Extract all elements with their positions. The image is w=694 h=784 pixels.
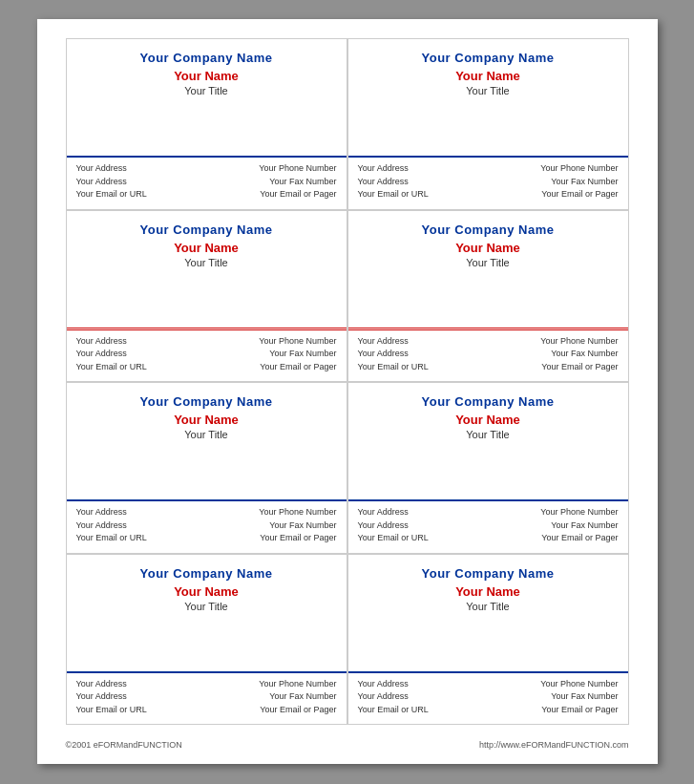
card-top-1: Your Company NameYour NameYour Title xyxy=(67,39,347,158)
card-top-6: Your Company NameYour NameYour Title xyxy=(348,383,628,501)
card-bottom-1: Your AddressYour AddressYour Email or UR… xyxy=(67,158,347,209)
business-card-4: Your Company NameYour NameYour TitleYour… xyxy=(347,210,629,383)
person-name-5: Your Name xyxy=(76,413,337,427)
company-name-3: Your Company Name xyxy=(76,222,337,237)
card-bottom-6: Your AddressYour AddressYour Email or UR… xyxy=(348,501,628,553)
card-bottom-4: Your AddressYour AddressYour Email or UR… xyxy=(348,330,628,382)
addr-right-7: Your Phone NumberYour Fax NumberYour Ema… xyxy=(259,678,336,717)
addr-left-6: Your AddressYour AddressYour Email or UR… xyxy=(358,506,429,545)
person-title-8: Your Title xyxy=(358,601,619,612)
addr-left-3: Your AddressYour AddressYour Email or UR… xyxy=(76,335,147,374)
addr-left-5: Your AddressYour AddressYour Email or UR… xyxy=(76,506,147,545)
business-card-6: Your Company NameYour NameYour TitleYour… xyxy=(347,382,629,554)
addr-right-4: Your Phone NumberYour Fax NumberYour Ema… xyxy=(540,335,618,374)
person-name-1: Your Name xyxy=(76,69,337,83)
company-name-5: Your Company Name xyxy=(76,394,337,409)
addr-left-1: Your AddressYour AddressYour Email or UR… xyxy=(76,162,147,201)
company-name-6: Your Company Name xyxy=(358,394,619,409)
company-name-2: Your Company Name xyxy=(358,51,619,65)
person-name-2: Your Name xyxy=(358,69,619,83)
person-title-4: Your Title xyxy=(358,257,619,268)
person-title-1: Your Title xyxy=(76,85,337,96)
footer-left: ©2001 eFORMandFUNCTION xyxy=(66,740,182,750)
person-title-2: Your Title xyxy=(358,85,619,96)
addr-right-1: Your Phone NumberYour Fax NumberYour Ema… xyxy=(259,162,336,201)
person-title-5: Your Title xyxy=(76,429,337,440)
person-title-3: Your Title xyxy=(76,257,337,268)
business-card-1: Your Company NameYour NameYour TitleYour… xyxy=(66,38,347,210)
addr-left-4: Your AddressYour AddressYour Email or UR… xyxy=(358,335,429,374)
card-bottom-8: Your AddressYour AddressYour Email or UR… xyxy=(348,673,628,725)
person-name-3: Your Name xyxy=(76,241,337,255)
addr-left-2: Your AddressYour AddressYour Email or UR… xyxy=(358,162,429,201)
business-card-5: Your Company NameYour NameYour TitleYour… xyxy=(66,382,347,554)
company-name-7: Your Company Name xyxy=(76,566,337,581)
business-card-2: Your Company NameYour NameYour TitleYour… xyxy=(347,38,629,210)
business-card-3: Your Company NameYour NameYour TitleYour… xyxy=(66,210,347,383)
addr-right-2: Your Phone NumberYour Fax NumberYour Ema… xyxy=(540,162,618,201)
company-name-8: Your Company Name xyxy=(358,566,619,581)
card-bottom-2: Your AddressYour AddressYour Email or UR… xyxy=(348,158,628,209)
business-card-8: Your Company NameYour NameYour TitleYour… xyxy=(347,554,629,726)
footer-right: http://www.eFORMandFUNCTION.com xyxy=(479,740,629,750)
addr-right-8: Your Phone NumberYour Fax NumberYour Ema… xyxy=(540,678,618,717)
person-title-6: Your Title xyxy=(358,429,619,440)
card-top-5: Your Company NameYour NameYour Title xyxy=(67,383,347,501)
card-top-2: Your Company NameYour NameYour Title xyxy=(348,39,628,158)
card-top-4: Your Company NameYour NameYour Title xyxy=(348,211,628,330)
card-bottom-7: Your AddressYour AddressYour Email or UR… xyxy=(67,673,347,725)
addr-right-5: Your Phone NumberYour Fax NumberYour Ema… xyxy=(259,506,336,545)
addr-left-7: Your AddressYour AddressYour Email or UR… xyxy=(76,678,147,717)
card-bottom-5: Your AddressYour AddressYour Email or UR… xyxy=(67,501,347,553)
person-name-6: Your Name xyxy=(358,413,619,427)
addr-right-3: Your Phone NumberYour Fax NumberYour Ema… xyxy=(259,335,336,374)
card-bottom-3: Your AddressYour AddressYour Email or UR… xyxy=(67,330,347,382)
addr-left-8: Your AddressYour AddressYour Email or UR… xyxy=(358,678,429,717)
card-top-8: Your Company NameYour NameYour Title xyxy=(348,555,628,673)
company-name-4: Your Company Name xyxy=(358,222,619,237)
addr-right-6: Your Phone NumberYour Fax NumberYour Ema… xyxy=(540,506,618,545)
business-card-7: Your Company NameYour NameYour TitleYour… xyxy=(66,554,347,726)
card-top-7: Your Company NameYour NameYour Title xyxy=(67,555,347,673)
page: Your Company NameYour NameYour TitleYour… xyxy=(37,19,658,764)
cards-grid: Your Company NameYour NameYour TitleYour… xyxy=(66,38,629,725)
person-name-7: Your Name xyxy=(76,584,337,599)
footer: ©2001 eFORMandFUNCTION http://www.eFORMa… xyxy=(66,732,629,750)
card-top-3: Your Company NameYour NameYour Title xyxy=(67,211,347,330)
person-name-8: Your Name xyxy=(358,584,619,599)
person-name-4: Your Name xyxy=(358,241,619,255)
person-title-7: Your Title xyxy=(76,601,337,612)
company-name-1: Your Company Name xyxy=(76,51,337,65)
